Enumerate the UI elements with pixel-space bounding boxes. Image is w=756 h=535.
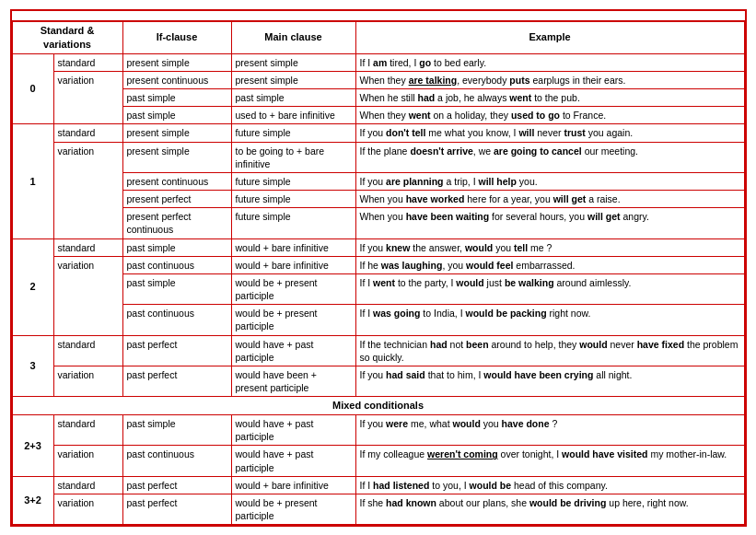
conditionals-table: Standard &variations If-clause Main clau… xyxy=(10,9,747,527)
if-clause: present simple xyxy=(122,124,231,142)
if-clause: present perfect continuous xyxy=(122,208,231,238)
main-clause: future simple xyxy=(231,208,355,238)
main-clause: would have + past participle xyxy=(231,335,355,366)
header-standard-variations: Standard &variations xyxy=(12,22,122,54)
if-clause: past perfect xyxy=(122,494,231,525)
main-clause: present simple xyxy=(231,53,355,71)
if-clause: present perfect xyxy=(122,191,231,208)
if-clause: past perfect xyxy=(122,476,231,494)
example-cell: If the plane doesn't arrive, we are goin… xyxy=(355,142,744,172)
table-row: variationpresent simpleto be going to + … xyxy=(12,142,744,172)
variation-type: standard xyxy=(53,415,122,446)
example-cell: If I had listened to you, I would be hea… xyxy=(355,476,744,494)
example-cell: If he was laughing, you would feel embar… xyxy=(355,256,744,273)
table-row: present perfect continuousfuture simpleW… xyxy=(12,208,744,238)
main-clause: would have + past participle xyxy=(231,415,355,446)
main-clause: would have been + present participle xyxy=(231,366,355,396)
example-cell: When they are talking, everybody puts ea… xyxy=(355,71,744,88)
table-row: 2+3standardpast simplewould have + past … xyxy=(12,415,744,446)
example-cell: If my colleague weren't coming over toni… xyxy=(355,446,744,476)
table-row: past simplepast simpleWhen he still had … xyxy=(12,89,744,107)
if-clause: past simple xyxy=(122,238,231,256)
table-row: 3+2standardpast perfectwould + bare infi… xyxy=(12,476,744,494)
variation-type: variation xyxy=(53,71,122,124)
group-number: 2 xyxy=(12,238,53,335)
table-row: present continuousfuture simpleIf you ar… xyxy=(12,172,744,190)
header-main-clause: Main clause xyxy=(231,22,355,54)
example-cell: If I was going to India, I would be pack… xyxy=(355,305,744,335)
example-cell: If I am tired, I go to bed early. xyxy=(355,53,744,71)
group-number: 2+3 xyxy=(12,415,53,477)
variation-type: variation xyxy=(53,446,122,476)
table-row: variationpast perfectwould have been + p… xyxy=(12,366,744,396)
table-row: variationpast continuouswould + bare inf… xyxy=(12,256,744,273)
variation-type: variation xyxy=(53,256,122,335)
main-clause: would be + present participle xyxy=(231,305,355,335)
header-if-clause: If-clause xyxy=(122,22,231,54)
if-clause: present continuous xyxy=(122,71,231,88)
group-number: 1 xyxy=(12,124,53,238)
if-clause: present simple xyxy=(122,53,231,71)
if-clause: past continuous xyxy=(122,305,231,335)
example-cell: When you have been waiting for several h… xyxy=(355,208,744,238)
if-clause: past continuous xyxy=(122,446,231,476)
table-row: present perfectfuture simpleWhen you hav… xyxy=(12,191,744,208)
if-clause: past continuous xyxy=(122,256,231,273)
if-clause: past simple xyxy=(122,273,231,304)
example-cell: If you had said that to him, I would hav… xyxy=(355,366,744,396)
main-clause: would + bare infinitive xyxy=(231,238,355,256)
variation-type: standard xyxy=(53,124,122,142)
if-clause: past perfect xyxy=(122,335,231,366)
group-number: 0 xyxy=(12,53,53,124)
example-cell: When you have worked here for a year, yo… xyxy=(355,191,744,208)
main-clause: would + bare infinitive xyxy=(231,256,355,273)
variation-type: variation xyxy=(53,494,122,525)
table-row: Mixed conditionals xyxy=(12,397,744,415)
main-clause: future simple xyxy=(231,191,355,208)
variation-type: variation xyxy=(53,142,122,238)
if-clause: past simple xyxy=(122,89,231,107)
example-cell: If you were me, what would you have done… xyxy=(355,415,744,446)
table-row: variationpresent continuouspresent simpl… xyxy=(12,71,744,88)
page-title xyxy=(12,11,745,21)
example-cell: If I went to the party, I would just be … xyxy=(355,273,744,304)
if-clause: present simple xyxy=(122,142,231,172)
main-clause: would be + present participle xyxy=(231,273,355,304)
table-row: 1standardpresent simplefuture simpleIf y… xyxy=(12,124,744,142)
table-row: 2standardpast simplewould + bare infinit… xyxy=(12,238,744,256)
main-clause: past simple xyxy=(231,89,355,107)
if-clause: past simple xyxy=(122,107,231,124)
table-row: past continuouswould be + present partic… xyxy=(12,305,744,335)
example-cell: If you don't tell me what you know, I wi… xyxy=(355,124,744,142)
example-cell: If you are planning a trip, I will help … xyxy=(355,172,744,190)
main-clause: would + bare infinitive xyxy=(231,476,355,494)
table-row: past simpleused to + bare infinitiveWhen… xyxy=(12,107,744,124)
main-clause: would be + present participle xyxy=(231,494,355,525)
section-header: Mixed conditionals xyxy=(12,397,744,415)
table-row: 0standardpresent simplepresent simpleIf … xyxy=(12,53,744,71)
table-row: 3standardpast perfectwould have + past p… xyxy=(12,335,744,366)
main-clause: future simple xyxy=(231,172,355,190)
main-clause: future simple xyxy=(231,124,355,142)
if-clause: present continuous xyxy=(122,172,231,190)
header-example: Example xyxy=(355,22,744,54)
example-cell: If you knew the answer, would you tell m… xyxy=(355,238,744,256)
main-clause: would have + past participle xyxy=(231,446,355,476)
table-row: variationpast perfectwould be + present … xyxy=(12,494,744,525)
main-clause: to be going to + bare infinitive xyxy=(231,142,355,172)
example-cell: When he still had a job, he always went … xyxy=(355,89,744,107)
group-number: 3+2 xyxy=(12,476,53,525)
variation-type: standard xyxy=(53,476,122,494)
variation-type: variation xyxy=(53,366,122,396)
example-cell: If the technician had not been around to… xyxy=(355,335,744,366)
table-header-row: Standard &variations If-clause Main clau… xyxy=(12,22,744,54)
example-cell: When they went on a holiday, they used t… xyxy=(355,107,744,124)
example-cell: If she had known about our plans, she wo… xyxy=(355,494,744,525)
main-clause: used to + bare infinitive xyxy=(231,107,355,124)
group-number: 3 xyxy=(12,335,53,397)
table-row: variationpast continuouswould have + pas… xyxy=(12,446,744,476)
table-row: past simplewould be + present participle… xyxy=(12,273,744,304)
variation-type: standard xyxy=(53,238,122,256)
if-clause: past simple xyxy=(122,415,231,446)
main-clause: present simple xyxy=(231,71,355,88)
